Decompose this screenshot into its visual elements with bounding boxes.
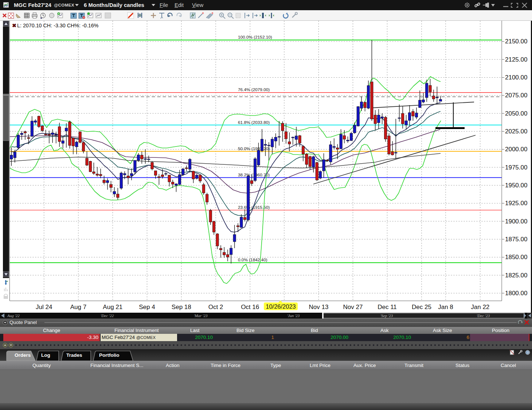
svg-text:Sep 4: Sep 4 bbox=[139, 304, 155, 311]
svg-text:1800.00: 1800.00 bbox=[505, 290, 527, 297]
svg-text:76.4% (2079.00): 76.4% (2079.00) bbox=[238, 87, 270, 92]
svg-text:61.8% (2033.80): 61.8% (2033.80) bbox=[238, 120, 270, 125]
svg-text:2050.00: 2050.00 bbox=[505, 110, 527, 117]
svg-text:?: ? bbox=[527, 351, 528, 355]
svg-text:Oct 16: Oct 16 bbox=[241, 304, 259, 311]
svg-text:1975.00: 1975.00 bbox=[505, 164, 527, 171]
svg-text:2150.00: 2150.00 bbox=[505, 38, 527, 45]
svg-text:1875.00: 1875.00 bbox=[505, 236, 527, 243]
svg-text:1900.00: 1900.00 bbox=[505, 218, 527, 225]
svg-text:1950.00: 1950.00 bbox=[505, 182, 527, 189]
svg-text:✖: ✖ bbox=[12, 23, 16, 28]
svg-text:2025.00: 2025.00 bbox=[505, 128, 527, 135]
svg-text:50.0% (1997.20): 50.0% (1997.20) bbox=[238, 146, 270, 151]
svg-text:Aug 7: Aug 7 bbox=[70, 304, 86, 311]
svg-text:Jan 8: Jan 8 bbox=[438, 304, 453, 311]
svg-text:Jul 24: Jul 24 bbox=[36, 304, 52, 311]
svg-text:Jan 22: Jan 22 bbox=[471, 304, 489, 311]
svg-text:10/26/2023: 10/26/2023 bbox=[266, 303, 296, 310]
svg-text:1825.00: 1825.00 bbox=[505, 272, 527, 279]
svg-text:Sep 18: Sep 18 bbox=[172, 304, 191, 311]
svg-text:2125.00: 2125.00 bbox=[505, 56, 527, 63]
svg-text:1850.00: 1850.00 bbox=[505, 254, 527, 261]
svg-text:Nov 27: Nov 27 bbox=[343, 304, 363, 311]
svg-text:Dec 11: Dec 11 bbox=[378, 304, 397, 311]
svg-text:2100.00: 2100.00 bbox=[505, 74, 527, 81]
svg-text:2000.00: 2000.00 bbox=[505, 146, 527, 153]
svg-text:Oct 2: Oct 2 bbox=[208, 304, 223, 311]
svg-text:0.0% (1842.40): 0.0% (1842.40) bbox=[238, 257, 267, 262]
svg-text:Aug 21: Aug 21 bbox=[103, 304, 122, 311]
svg-text:Nov 13: Nov 13 bbox=[309, 304, 329, 311]
svg-text:100.0% (2152.10): 100.0% (2152.10) bbox=[238, 35, 272, 40]
svg-text:1925.00: 1925.00 bbox=[505, 200, 527, 207]
svg-text:2075.00: 2075.00 bbox=[505, 92, 527, 99]
svg-text:L: 2070.10 CH: -3.30 CH%: -0.1: L: 2070.10 CH: -3.30 CH%: -0.16% bbox=[17, 23, 99, 28]
svg-text:Dec 25: Dec 25 bbox=[412, 304, 431, 311]
